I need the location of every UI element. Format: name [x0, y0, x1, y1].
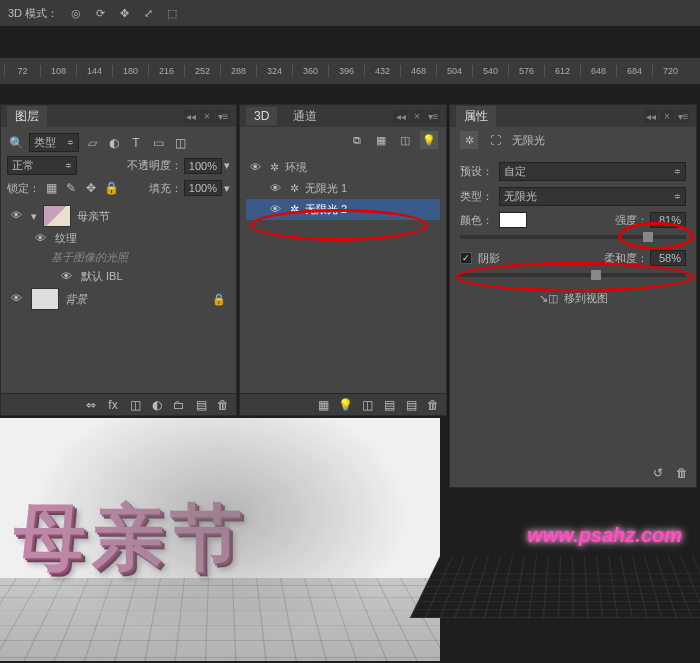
- disclosure-icon[interactable]: ▾: [31, 210, 37, 223]
- eye-icon[interactable]: 👁: [270, 182, 284, 196]
- render-icon[interactable]: ▦: [314, 396, 332, 414]
- lock-pos-icon[interactable]: ✥: [82, 179, 100, 197]
- filter-adjust-icon[interactable]: ◐: [105, 134, 123, 152]
- mode-bar: 3D 模式： ◎ ⟳ ✥ ⤢ ⬚: [0, 0, 700, 26]
- fx-icon[interactable]: fx: [104, 396, 122, 414]
- pan-icon[interactable]: ✥: [114, 3, 134, 23]
- filter-light-icon[interactable]: 💡: [420, 131, 438, 149]
- shadow-label: 阴影: [478, 251, 500, 266]
- tab-channels[interactable]: 通道: [285, 106, 325, 127]
- preset-dropdown[interactable]: 自定≑: [499, 162, 686, 181]
- intensity-slider[interactable]: [460, 235, 686, 239]
- reset-icon[interactable]: ↺: [649, 464, 667, 482]
- filter-mesh-icon[interactable]: ▦: [372, 131, 390, 149]
- move-to-view-icon[interactable]: ↘◫: [539, 292, 558, 305]
- layer-row-group[interactable]: 👁 ▾ 母亲节: [7, 203, 230, 229]
- coord-icon[interactable]: ⛶: [486, 131, 504, 149]
- ruler-tick: 720: [652, 65, 688, 77]
- ruler-tick: 360: [292, 65, 328, 77]
- search-icon[interactable]: 🔍: [7, 134, 25, 152]
- blend-mode-dropdown[interactable]: 正常≑: [7, 156, 77, 175]
- softness-value[interactable]: 58%: [650, 250, 686, 266]
- properties-panel: 属性 ◂◂ × ▾≡ ✲ ⛶ 无限光 预设： 自定≑ 类型： 无限光≑ 颜色: [449, 104, 697, 488]
- eye-icon[interactable]: 👁: [61, 270, 75, 284]
- light-add-icon[interactable]: 💡: [336, 396, 354, 414]
- filter-shape-icon[interactable]: ▭: [149, 134, 167, 152]
- ruler-tick: 504: [436, 65, 472, 77]
- menu-icon[interactable]: ▾≡: [216, 109, 230, 123]
- eye-icon[interactable]: 👁: [250, 161, 264, 175]
- new-icon[interactable]: ▤: [402, 396, 420, 414]
- layer-row-bg[interactable]: 👁 背景 🔒: [7, 286, 230, 312]
- cube-icon[interactable]: ⬚: [162, 3, 182, 23]
- intensity-value[interactable]: 81%: [650, 212, 686, 228]
- trash-icon[interactable]: 🗑: [214, 396, 232, 414]
- softness-label: 柔和度：: [604, 251, 648, 266]
- lock-paint-icon[interactable]: ✎: [62, 179, 80, 197]
- props-footer: ↺ 🗑: [649, 464, 691, 482]
- color-swatch[interactable]: [499, 212, 527, 228]
- trash-icon[interactable]: 🗑: [424, 396, 442, 414]
- scale-icon[interactable]: ⤢: [138, 3, 158, 23]
- layer-row[interactable]: 基于图像的光照: [7, 248, 230, 267]
- camera-icon[interactable]: ◫: [358, 396, 376, 414]
- trash-icon[interactable]: 🗑: [673, 464, 691, 482]
- mode-label: 3D 模式：: [8, 6, 58, 21]
- tab-3d[interactable]: 3D: [246, 107, 277, 125]
- menu-icon[interactable]: ▾≡: [426, 109, 440, 123]
- 3d-item-env[interactable]: 👁 ✲ 环境: [246, 157, 440, 178]
- move-to-view-button[interactable]: 移到视图: [564, 291, 608, 306]
- layer-row[interactable]: 👁 默认 IBL: [7, 267, 230, 286]
- filter-scene-icon[interactable]: ⧉: [348, 131, 366, 149]
- new-layer-icon[interactable]: ▤: [192, 396, 210, 414]
- orbit-icon[interactable]: ◎: [66, 3, 86, 23]
- ruler-tick: 324: [256, 65, 292, 77]
- eye-icon[interactable]: 👁: [11, 209, 25, 223]
- softness-slider[interactable]: [460, 273, 686, 277]
- tab-layers[interactable]: 图层: [7, 106, 47, 127]
- filter-material-icon[interactable]: ◫: [396, 131, 414, 149]
- lock-trans-icon[interactable]: ▦: [42, 179, 60, 197]
- close-icon[interactable]: ×: [200, 109, 214, 123]
- filter-smart-icon[interactable]: ◫: [171, 134, 189, 152]
- tab-properties[interactable]: 属性: [456, 106, 496, 127]
- layer-row[interactable]: 👁 纹理: [7, 229, 230, 248]
- link-icon[interactable]: ⇔: [82, 396, 100, 414]
- env-icon: ✲: [270, 161, 279, 174]
- preset-value: 自定: [504, 164, 526, 179]
- filter-type-icon[interactable]: T: [127, 134, 145, 152]
- mesh-icon[interactable]: ▤: [380, 396, 398, 414]
- collapse-icon[interactable]: ◂◂: [394, 109, 408, 123]
- chevron-down-icon[interactable]: ▾: [224, 182, 230, 195]
- layer-name: 基于图像的光照: [51, 250, 128, 265]
- eye-icon[interactable]: 👁: [35, 232, 49, 246]
- 3d-text-object[interactable]: 母亲节: [14, 490, 248, 586]
- ruler-tick: 684: [616, 65, 652, 77]
- lock-all-icon[interactable]: 🔒: [102, 179, 120, 197]
- close-icon[interactable]: ×: [660, 109, 674, 123]
- eye-icon[interactable]: 👁: [270, 203, 284, 217]
- mask-icon[interactable]: ◫: [126, 396, 144, 414]
- item-label: 无限光 2: [305, 202, 347, 217]
- 3d-item-light1[interactable]: 👁 ✲ 无限光 1: [246, 178, 440, 199]
- fill-value[interactable]: 100%: [184, 180, 222, 196]
- adjustment-icon[interactable]: ◐: [148, 396, 166, 414]
- viewport-preview[interactable]: 母亲节: [0, 418, 440, 661]
- collapse-icon[interactable]: ◂◂: [184, 109, 198, 123]
- menu-icon[interactable]: ▾≡: [676, 109, 690, 123]
- eye-icon[interactable]: 👁: [11, 292, 25, 306]
- group-icon[interactable]: 🗀: [170, 396, 188, 414]
- rotate-icon[interactable]: ⟳: [90, 3, 110, 23]
- filter-type-dropdown[interactable]: 类型≑: [29, 133, 79, 152]
- opacity-value[interactable]: 100%: [184, 158, 222, 174]
- 3d-item-light2[interactable]: 👁 ✲ 无限光 2: [246, 199, 440, 220]
- chevron-down-icon[interactable]: ▾: [224, 159, 230, 172]
- light-type-icon[interactable]: ✲: [460, 131, 478, 149]
- type-dropdown[interactable]: 无限光≑: [499, 187, 686, 206]
- 3d-filter-bar: ⧉ ▦ ◫ 💡: [240, 127, 446, 153]
- collapse-icon[interactable]: ◂◂: [644, 109, 658, 123]
- ruler-tick: 252: [184, 65, 220, 77]
- close-icon[interactable]: ×: [410, 109, 424, 123]
- filter-pixel-icon[interactable]: ▱: [83, 134, 101, 152]
- shadow-checkbox[interactable]: ✓: [460, 252, 472, 264]
